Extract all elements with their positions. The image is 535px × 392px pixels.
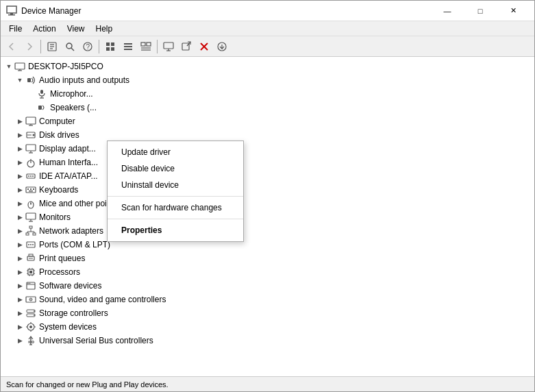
svg-point-109 (32, 341, 34, 343)
tree-item-software[interactable]: ▶ Software devices (1, 279, 534, 293)
context-disable-device[interactable]: Disable device (108, 160, 243, 177)
remove-button[interactable] (196, 38, 212, 55)
expander-storage[interactable]: ▶ (14, 308, 25, 319)
minimize-button[interactable]: — (432, 4, 463, 18)
tree-item-system[interactable]: ▶ System devices (1, 320, 534, 334)
expander-processors[interactable]: ▶ (14, 267, 25, 278)
tree-item-root[interactable]: ▼ DESKTOP-J5I5PCO (1, 60, 534, 73)
label-software: Software devices (39, 281, 101, 291)
close-button[interactable]: ✕ (497, 4, 529, 18)
label-storage: Storage controllers (39, 308, 108, 318)
expander-ports[interactable]: ▶ (14, 239, 25, 250)
properties-button[interactable] (44, 38, 60, 55)
svg-rect-66 (29, 226, 32, 228)
label-ports: Ports (COM & LPT) (39, 240, 110, 249)
tree-item-storage[interactable]: ▶ Storage controllers (1, 306, 534, 320)
expander-audio[interactable]: ▼ (14, 75, 25, 86)
menu-action[interactable]: Action (27, 23, 61, 35)
context-scan-hardware[interactable]: Scan for hardware changes (108, 199, 243, 216)
label-processors: Processors (39, 267, 80, 277)
tree-item-monitors[interactable]: ▶ Monitors (1, 210, 534, 224)
tree-item-printqueues[interactable]: ▶ Print queues (1, 252, 534, 265)
expander-computer[interactable]: ▶ (14, 116, 25, 127)
menu-view[interactable]: View (62, 23, 90, 35)
update-button[interactable] (214, 38, 230, 55)
main-area: ▼ DESKTOP-J5I5PCO ▼ (1, 57, 534, 376)
tree-item-mice[interactable]: ▶ Mice and other pointing devices (1, 197, 534, 210)
svg-rect-19 (147, 42, 151, 46)
icon-computer (25, 116, 36, 127)
view2-button[interactable] (120, 38, 136, 55)
expander-network[interactable]: ▶ (14, 225, 25, 236)
svg-rect-57 (30, 188, 32, 190)
tree-item-ide[interactable]: ▶ IDE ATA/ATAP... (1, 169, 534, 183)
context-separator-1 (108, 196, 243, 197)
label-system: System devices (39, 322, 97, 332)
icon-hid (25, 157, 36, 168)
view1-button[interactable] (102, 38, 119, 55)
expander-ide[interactable]: ▶ (14, 171, 25, 182)
menu-help[interactable]: Help (90, 23, 119, 35)
tree-view[interactable]: ▼ DESKTOP-J5I5PCO ▼ (1, 57, 534, 376)
view3-button[interactable] (138, 38, 154, 55)
svg-rect-17 (124, 49, 132, 50)
tree-item-speakers[interactable]: Speakers (... (1, 101, 534, 114)
tree-item-usb[interactable]: ▶ Universal Serial Bus controllers (1, 334, 534, 347)
maximize-button[interactable]: □ (464, 4, 496, 18)
svg-rect-81 (29, 271, 32, 273)
tree-item-diskdrives[interactable]: ▶ Disk drives (1, 128, 534, 142)
svg-rect-22 (164, 42, 173, 49)
svg-point-62 (30, 203, 32, 204)
label-diskdrives: Disk drives (39, 130, 79, 140)
tree-item-ports[interactable]: ▶ Ports (COM & LPT) (1, 238, 534, 252)
label-microphone: Microphor... (50, 89, 93, 99)
context-uninstall-device[interactable]: Uninstall device (108, 177, 243, 193)
help-button[interactable]: ? (79, 38, 96, 55)
monitor-button[interactable] (160, 38, 177, 55)
tree-item-keyboards[interactable]: ▶ Keyboards (1, 183, 534, 197)
svg-point-100 (34, 315, 35, 316)
expander-system[interactable]: ▶ (14, 321, 25, 332)
add-driver-button[interactable] (178, 38, 195, 55)
icon-network (25, 225, 36, 236)
tree-item-computer[interactable]: ▶ Computer (1, 114, 534, 128)
expander-display[interactable]: ▶ (14, 143, 25, 154)
context-properties[interactable]: Properties (108, 222, 243, 238)
expander-software[interactable]: ▶ (14, 280, 25, 291)
expander-mice[interactable]: ▶ (14, 198, 25, 209)
expander-usb[interactable]: ▶ (14, 335, 25, 346)
expander-printqueues[interactable]: ▶ (14, 253, 25, 264)
device-manager-window: Device Manager — □ ✕ File Action View He… (0, 0, 535, 392)
svg-rect-0 (7, 6, 16, 13)
expander-hid[interactable]: ▶ (14, 157, 25, 168)
icon-storage (25, 308, 36, 319)
tree-item-display[interactable]: ▶ Display adapt... (1, 142, 534, 156)
tree-item-network[interactable]: ▶ Network adapters (1, 224, 534, 238)
expander-keyboards[interactable]: ▶ (14, 184, 25, 195)
menu-bar: File Action View Help (1, 21, 534, 36)
tree-item-audio[interactable]: ▼ Audio inputs and outputs (1, 73, 534, 87)
label-keyboards: Keyboards (39, 185, 78, 195)
svg-point-102 (29, 326, 32, 328)
forward-button[interactable] (21, 38, 38, 55)
tree-item-microphone[interactable]: Microphor... (1, 87, 534, 101)
expander-soundvideo[interactable]: ▶ (14, 294, 25, 305)
icon-diskdrives (25, 130, 36, 140)
svg-rect-78 (29, 254, 33, 256)
label-speakers: Speakers (... (50, 103, 97, 112)
scan-button[interactable] (62, 38, 78, 55)
back-button[interactable] (3, 38, 20, 55)
tree-item-processors[interactable]: ▶ Processors (1, 265, 534, 279)
svg-rect-1 (10, 13, 13, 14)
svg-point-75 (30, 244, 32, 245)
menu-file[interactable]: File (3, 23, 27, 35)
tree-item-soundvideo[interactable]: ▶ Sound, video and game controllers (1, 293, 534, 306)
tree-item-hid[interactable]: ▶ Human Interfa... (1, 156, 534, 169)
expander-monitors[interactable]: ▶ (14, 212, 25, 223)
expander-root[interactable]: ▼ (3, 61, 14, 72)
context-update-driver[interactable]: Update driver (108, 144, 243, 160)
svg-point-54 (32, 175, 34, 177)
icon-ide (25, 171, 36, 182)
label-printqueues: Print queues (39, 254, 85, 263)
expander-diskdrives[interactable]: ▶ (14, 130, 25, 140)
